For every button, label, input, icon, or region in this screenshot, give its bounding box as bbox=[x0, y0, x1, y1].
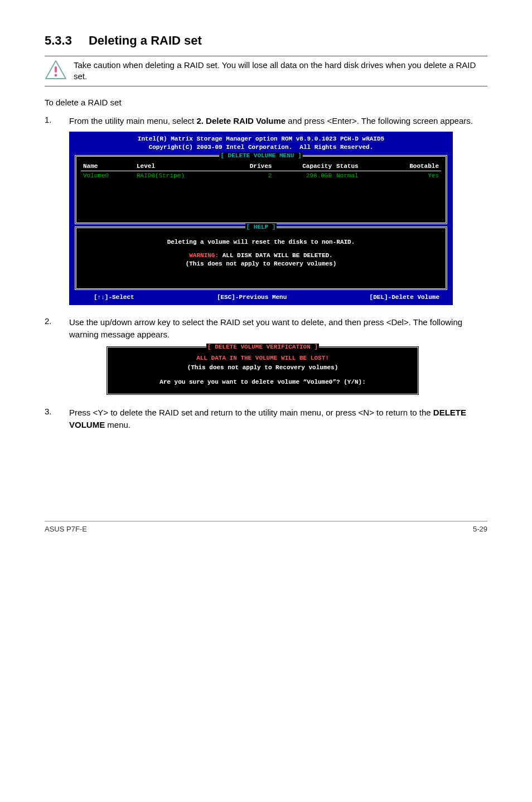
section-title: Deleting a RAID set bbox=[89, 33, 202, 47]
svg-rect-1 bbox=[55, 66, 57, 73]
footer-select: [↑↓]-Select bbox=[94, 293, 134, 302]
caution-icon bbox=[45, 60, 67, 82]
page-footer: ASUS P7F-E 5-29 bbox=[45, 521, 487, 533]
step-1: 1. From the utility main menu, select 2.… bbox=[45, 115, 487, 128]
delete-volume-panel: [ DELETE VOLUME MENU ] Name Level Drives… bbox=[75, 155, 447, 224]
table-row[interactable]: Volume0 RAID0(Stripe) 2 298.0GB Normal Y… bbox=[81, 171, 441, 181]
bios-screen: Intel(R) Matrix Storage Manager option R… bbox=[69, 132, 453, 305]
verify-body: ALL DATA IN THE VOLUME WILL BE LOST! (Th… bbox=[112, 354, 413, 387]
col-status: Status bbox=[334, 162, 381, 171]
caution-box: Take caution when deleting a RAID set. Y… bbox=[45, 56, 487, 86]
footer-right: 5-29 bbox=[473, 525, 487, 533]
section-heading: 5.3.3Deleting a RAID set bbox=[45, 33, 487, 48]
col-capacity: Capacity bbox=[274, 162, 334, 171]
col-drives: Drives bbox=[227, 162, 274, 171]
step1-bold: 2. Delete RAID Volume bbox=[196, 116, 286, 125]
bios-header-line2: Copyright(C) 2003-09 Intel Corporation. … bbox=[149, 144, 374, 151]
cell-level: RAID0(Stripe) bbox=[134, 171, 227, 181]
verify-line3: Are you sure you want to delete volume “… bbox=[112, 378, 413, 387]
footer-esc: [ESC]-Previous Menu bbox=[217, 293, 287, 302]
svg-point-2 bbox=[55, 74, 57, 77]
step-number: 2. bbox=[45, 316, 69, 341]
volume-table: Name Level Drives Capacity Status Bootab… bbox=[81, 162, 441, 181]
step1-text-a: From the utility main menu, select bbox=[69, 116, 196, 125]
verify-dialog: [ DELETE VOLUME VERIFICATION ] ALL DATA … bbox=[106, 346, 419, 395]
step-2: 2. Use the up/down arrow key to select t… bbox=[45, 316, 487, 341]
help-body: Deleting a volume will reset the disks t… bbox=[81, 234, 441, 287]
step3-text-a: Press <Y> to delete the RAID set and ret… bbox=[69, 408, 433, 417]
step3-text-b: menu. bbox=[105, 420, 130, 429]
bios-header-line1: Intel(R) Matrix Storage Manager option R… bbox=[138, 136, 384, 142]
step-3: 3. Press <Y> to delete the RAID set and … bbox=[45, 407, 487, 432]
col-name: Name bbox=[81, 162, 134, 171]
step-number: 1. bbox=[45, 115, 69, 128]
footer-left: ASUS P7F-E bbox=[45, 525, 87, 533]
help-line3: (This does not apply to Recovery volumes… bbox=[83, 260, 439, 268]
warning-prefix: WARNING: bbox=[189, 252, 219, 259]
step-text: Use the up/down arrow key to select the … bbox=[69, 316, 487, 341]
table-header-row: Name Level Drives Capacity Status Bootab… bbox=[81, 162, 441, 171]
delete-menu-title: [ DELETE VOLUME MENU ] bbox=[81, 152, 441, 160]
cell-drives: 2 bbox=[227, 171, 274, 181]
intro-text: To delete a RAID set bbox=[45, 96, 487, 108]
footer-del: [DEL]-Delete Volume bbox=[370, 293, 439, 302]
step-text: From the utility main menu, select 2. De… bbox=[69, 115, 473, 128]
step-number: 3. bbox=[45, 407, 69, 432]
caution-text: Take caution when deleting a RAID set. Y… bbox=[74, 60, 487, 83]
step-text: Press <Y> to delete the RAID set and ret… bbox=[69, 407, 487, 432]
cell-name: Volume0 bbox=[81, 171, 134, 181]
help-line1: Deleting a volume will reset the disks t… bbox=[83, 238, 439, 247]
bios-footer: [↑↓]-Select [ESC]-Previous Menu [DEL]-De… bbox=[71, 292, 451, 303]
help-title: [ HELP ] bbox=[81, 223, 441, 231]
cell-bootable: Yes bbox=[381, 171, 441, 181]
col-bootable: Bootable bbox=[381, 162, 441, 171]
col-level: Level bbox=[134, 162, 227, 171]
verify-title: [ DELETE VOLUME VERIFICATION ] bbox=[112, 342, 413, 352]
cell-status: Normal bbox=[334, 171, 381, 181]
cell-capacity: 298.0GB bbox=[274, 171, 334, 181]
verify-line2: (This does not apply to Recovery volumes… bbox=[112, 363, 413, 373]
step1-text-b: and press <Enter>. The following screen … bbox=[286, 116, 473, 125]
section-number: 5.3.3 bbox=[45, 33, 72, 47]
help-panel: [ HELP ] Deleting a volume will reset th… bbox=[75, 226, 447, 290]
warning-rest: ALL DISK DATA WILL BE DELETED. bbox=[219, 252, 333, 259]
verify-line1: ALL DATA IN THE VOLUME WILL BE LOST! bbox=[112, 354, 413, 363]
help-warning-line: WARNING: ALL DISK DATA WILL BE DELETED. bbox=[83, 252, 439, 260]
